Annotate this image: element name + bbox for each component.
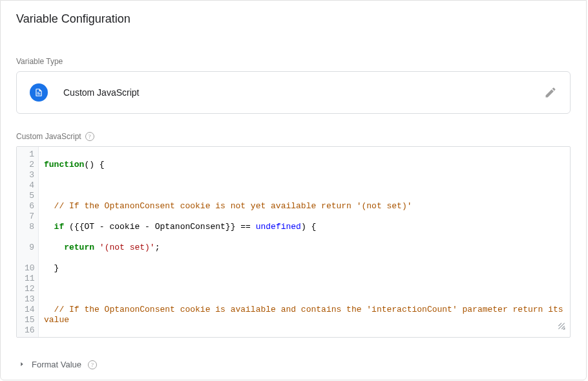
variable-type-card[interactable]: Custom JavaScript <box>16 71 571 114</box>
line-number: 10 <box>25 263 34 274</box>
line-number: 1 <box>25 149 34 160</box>
line-number: 6 <box>25 201 34 212</box>
config-panel: Variable Configuration Variable Type Cus… <box>0 0 587 380</box>
line-number: 17 <box>25 336 34 338</box>
help-icon[interactable]: ? <box>85 132 94 141</box>
code-label-text: Custom JavaScript <box>16 132 81 141</box>
variable-type-name: Custom JavaScript <box>63 87 544 98</box>
editor-content[interactable]: function() { // If the OptanonConsent co… <box>39 147 570 337</box>
edit-icon[interactable] <box>544 86 557 99</box>
line-number: 12 <box>25 284 34 294</box>
line-number: 11 <box>25 274 34 284</box>
format-value-toggle[interactable]: Format Value ? <box>1 338 586 381</box>
document-icon <box>30 83 48 102</box>
resize-handle-icon[interactable] <box>557 321 566 333</box>
line-number: 13 <box>25 294 34 305</box>
format-value-label: Format Value <box>32 360 81 369</box>
line-number: 9 <box>29 243 34 252</box>
variable-type-label: Variable Type <box>1 34 586 71</box>
chevron-right-icon <box>19 360 25 369</box>
editor-gutter: 1 2 3 4 5 6 7 8 9 10 11 12 13 14 15 16 1… <box>17 147 39 337</box>
line-number: 8 <box>29 222 34 232</box>
line-number: 4 <box>25 180 34 191</box>
line-number: 15 <box>25 315 34 325</box>
line-number: 2 <box>25 160 34 170</box>
line-number: 7 <box>25 212 34 222</box>
code-section-label: Custom JavaScript ? <box>1 114 586 146</box>
help-icon[interactable]: ? <box>88 360 97 369</box>
line-number: 14 <box>25 305 34 315</box>
page-title: Variable Configuration <box>1 1 586 34</box>
line-number: 16 <box>25 325 34 336</box>
code-editor[interactable]: 1 2 3 4 5 6 7 8 9 10 11 12 13 14 15 16 1… <box>16 146 571 338</box>
line-number: 5 <box>25 191 34 201</box>
line-number: 3 <box>25 170 34 180</box>
